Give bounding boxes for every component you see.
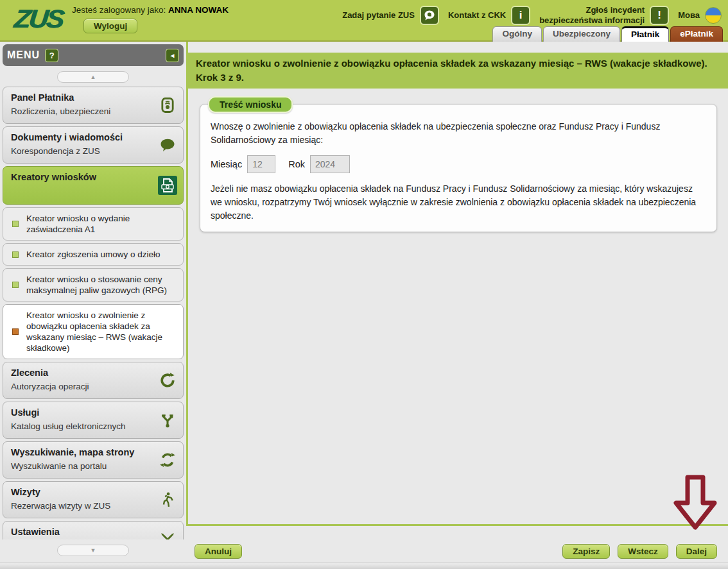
refresh-icon — [158, 371, 177, 390]
intro-text: Wnoszę o zwolnienie z obowiązku opłaceni… — [211, 120, 706, 147]
contact-ckk-label: Kontakt z CKK — [448, 10, 506, 21]
sidebar-item-ustawienia[interactable]: Ustawienia — [3, 521, 184, 539]
sidebar-item-kreatory-wnioskow[interactable]: Kreatory wniosków — [3, 166, 184, 205]
contact-ckk-link[interactable]: Kontakt z CKK i — [448, 6, 530, 25]
note-text: Jeżeli nie masz obowiązku opłacenia skła… — [211, 182, 706, 223]
chat-icon[interactable] — [420, 6, 439, 25]
language-label: Мова — [678, 10, 700, 21]
tab-eplatnik[interactable]: ePłatnik — [670, 26, 723, 42]
month-label: Miesiąc — [211, 159, 242, 169]
wizard-icon — [158, 176, 177, 195]
bullet-icon — [12, 251, 19, 258]
page-bottom-strip — [0, 563, 728, 569]
menu-title: MENU — [7, 49, 40, 61]
sidebar-item-wizyty[interactable]: Wizyty Rezerwacja wizyty w ZUS — [3, 481, 184, 518]
ukraine-flag-icon[interactable] — [705, 7, 722, 24]
language-switcher[interactable]: Мова — [678, 7, 722, 24]
tab-platnik[interactable]: Płatnik — [621, 26, 669, 42]
tab-ogolny[interactable]: Ogólny — [492, 26, 542, 42]
request-content-panel: Treść wniosku Wnoszę o zwolnienie z obow… — [200, 104, 717, 232]
logout-button[interactable]: Wyloguj — [83, 19, 137, 33]
save-button[interactable]: Zapisz — [562, 544, 610, 559]
ask-zus-label: Zadaj pytanie ZUS — [342, 10, 415, 21]
header-links: Zadaj pytanie ZUS Kontakt z CKK i Zgłoś … — [342, 3, 722, 28]
annotation-arrow-icon — [673, 475, 717, 530]
menu-header: MENU ? ◄ — [3, 44, 184, 66]
bullet-icon — [12, 328, 19, 335]
back-button[interactable]: Wstecz — [618, 544, 668, 559]
sidebar-item-uslugi[interactable]: Usługi Katalog usług elektronicznych — [3, 402, 184, 439]
sidebar-subitem-kreator-umowa-o-dzielo[interactable]: Kreator zgłoszenia umowy o dzieło — [3, 243, 184, 266]
menu-list: Panel Płatnika Rozliczenia, ubezpieczeni… — [3, 87, 184, 539]
info-icon[interactable]: i — [511, 6, 530, 25]
next-button[interactable]: Dalej — [676, 544, 717, 559]
sidebar-subitem-kreator-a1[interactable]: Kreator wniosku o wydanie zaświadczenia … — [3, 207, 184, 241]
visitor-icon — [158, 490, 177, 509]
bullet-icon — [12, 221, 19, 227]
panel-tab-tresc-wniosku: Treść wniosku — [208, 96, 293, 113]
services-icon — [158, 411, 177, 430]
header: ZUS Jesteś zalogowany jako: ANNA NOWAK W… — [0, 0, 728, 42]
report-incident-link[interactable]: Zgłoś incydent bezpieczeństwa informacji… — [539, 5, 669, 26]
sidebar-item-wyszukiwanie[interactable]: Wyszukiwanie, mapa strony Wyszukiwanie n… — [3, 441, 184, 479]
user-name: ANNA NOWAK — [168, 5, 229, 15]
sync-icon — [158, 450, 177, 470]
report-incident-label: Zgłoś incydent bezpieczeństwa informacji — [539, 5, 645, 26]
sidebar-item-panel-platnika[interactable]: Panel Płatnika Rozliczenia, ubezpieczeni — [3, 87, 184, 124]
zus-logo: ZUS — [13, 4, 64, 34]
menu-scroll-up-button[interactable]: ▲ — [57, 71, 129, 83]
ask-zus-link[interactable]: Zadaj pytanie ZUS — [342, 6, 439, 25]
sidebar-item-zlecenia[interactable]: Zlecenia Autoryzacja operacji — [3, 362, 184, 399]
role-tabs: Ogólny Ubezpieczony Płatnik ePłatnik — [492, 26, 723, 42]
login-info: Jesteś zalogowany jako: ANNA NOWAK Wylog… — [72, 5, 229, 33]
bullet-icon — [12, 282, 19, 288]
message-icon — [158, 135, 177, 155]
pue-zus-page: ZUS Jesteś zalogowany jako: ANNA NOWAK W… — [0, 0, 728, 569]
content-left-divider — [186, 42, 188, 524]
settings-icon — [158, 530, 177, 539]
wizard-footer: Anuluj Zapisz Wstecz Dalej — [188, 544, 728, 561]
year-label: Rok — [288, 159, 305, 169]
collapse-menu-icon[interactable]: ◄ — [166, 49, 179, 62]
month-input[interactable] — [247, 155, 275, 173]
month-year-row: Miesiąc Rok — [211, 155, 706, 173]
page-title: Kreator wniosku o zwolnienie z obowiązku… — [188, 53, 728, 89]
main-content: Kreator wniosku o zwolnienie z obowiązku… — [186, 42, 728, 569]
sidebar-item-dokumenty[interactable]: Dokumenty i wiadomości Korespondencja z … — [3, 126, 184, 164]
cancel-button[interactable]: Anuluj — [195, 544, 242, 559]
payments-icon — [158, 96, 177, 115]
sidebar: MENU ? ◄ ▲ Panel Płatnika Rozliczenia, u… — [3, 44, 184, 569]
sidebar-subitem-kreator-rws[interactable]: Kreator wniosku o zwolnienie z obowiązku… — [3, 304, 184, 359]
help-icon[interactable]: ? — [45, 49, 58, 62]
tab-ubezpieczony[interactable]: Ubezpieczony — [543, 26, 620, 42]
sidebar-subitem-kreator-rpg[interactable]: Kreator wniosku o stosowanie ceny maksym… — [3, 268, 184, 301]
year-input[interactable] — [310, 155, 350, 173]
exclamation-icon[interactable]: ! — [650, 6, 669, 25]
menu-scroll-down-button[interactable]: ▼ — [57, 545, 129, 556]
content-bottom-divider — [186, 524, 728, 526]
logged-in-label: Jesteś zalogowany jako: — [72, 5, 166, 15]
